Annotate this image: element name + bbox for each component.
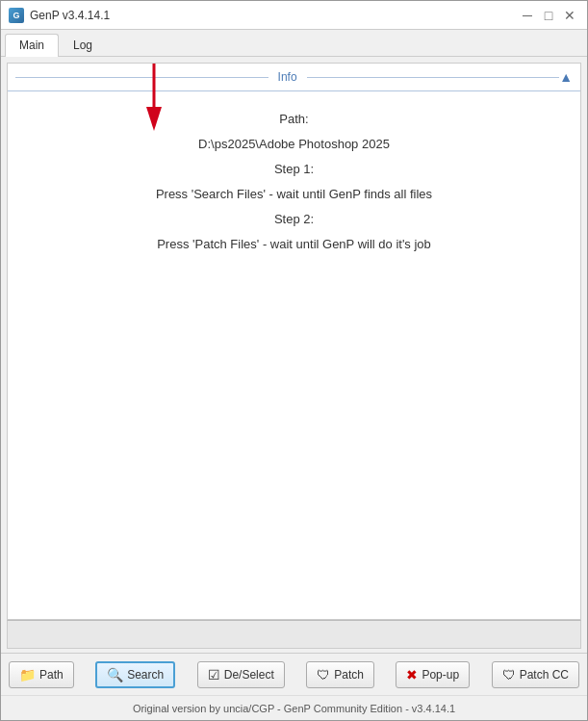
info-header-line-right bbox=[307, 77, 560, 78]
title-bar: G GenP v3.4.14.1 ─ □ ✕ bbox=[1, 1, 587, 30]
tab-bar: Main Log bbox=[1, 30, 587, 57]
footer: Original version by uncia/CGP - GenP Com… bbox=[1, 695, 587, 720]
info-label: Info bbox=[268, 70, 307, 84]
patch-icon: 🛡 bbox=[317, 667, 330, 682]
title-bar-left: G GenP v3.4.14.1 bbox=[9, 8, 110, 23]
path-label: Path: bbox=[46, 107, 542, 132]
path-icon: 📁 bbox=[19, 667, 36, 682]
minimize-button[interactable]: ─ bbox=[518, 6, 537, 25]
patch-button[interactable]: 🛡 Patch bbox=[306, 661, 374, 688]
deselect-button[interactable]: ☑ De/Select bbox=[197, 661, 285, 688]
tab-main[interactable]: Main bbox=[5, 34, 59, 57]
search-icon: 🔍 bbox=[107, 667, 123, 682]
info-header-line-left bbox=[15, 77, 268, 78]
tab-log[interactable]: Log bbox=[59, 34, 107, 56]
info-header: Info ▲ bbox=[8, 64, 580, 91]
content-area: Info ▲ Path: D:\ps2025\Adobe Photoshop 2… bbox=[7, 63, 581, 620]
step2-label: Step 2: bbox=[46, 207, 542, 232]
patch-cc-button[interactable]: 🛡 Patch CC bbox=[492, 661, 579, 688]
popup-icon: ✖ bbox=[406, 667, 418, 682]
search-button[interactable]: 🔍 Search bbox=[95, 661, 175, 688]
main-content: Info ▲ Path: D:\ps2025\Adobe Photoshop 2… bbox=[1, 57, 587, 695]
main-window: G GenP v3.4.14.1 ─ □ ✕ Main Log Info ▲ bbox=[0, 0, 588, 721]
path-value: D:\ps2025\Adobe Photoshop 2025 bbox=[46, 132, 542, 157]
close-button[interactable]: ✕ bbox=[560, 6, 579, 25]
title-controls: ─ □ ✕ bbox=[518, 6, 579, 25]
window-title: GenP v3.4.14.1 bbox=[30, 9, 110, 22]
maximize-button[interactable]: □ bbox=[539, 6, 558, 25]
popup-button[interactable]: ✖ Pop-up bbox=[396, 661, 470, 688]
search-btn-label: Search bbox=[127, 668, 164, 682]
patch-cc-btn-label: Patch CC bbox=[520, 668, 569, 682]
patch-btn-label: Patch bbox=[334, 668, 364, 682]
popup-btn-label: Pop-up bbox=[422, 668, 459, 682]
status-bar bbox=[7, 620, 581, 649]
path-btn-label: Path bbox=[39, 668, 64, 682]
step2-value: Press 'Patch Files' - wait until GenP wi… bbox=[46, 232, 542, 257]
button-bar: 📁 Path 🔍 Search ☑ De/Select 🛡 Patch ✖ Po… bbox=[1, 653, 587, 695]
patch-cc-icon: 🛡 bbox=[502, 667, 516, 682]
info-body: Path: D:\ps2025\Adobe Photoshop 2025 Ste… bbox=[8, 91, 580, 272]
deselect-icon: ☑ bbox=[208, 667, 220, 682]
info-collapse-icon[interactable]: ▲ bbox=[559, 69, 573, 85]
info-section: Info ▲ Path: D:\ps2025\Adobe Photoshop 2… bbox=[8, 64, 580, 272]
step1-label: Step 1: bbox=[46, 157, 542, 182]
app-icon: G bbox=[9, 8, 24, 23]
footer-text: Original version by uncia/CGP - GenP Com… bbox=[133, 703, 455, 714]
deselect-btn-label: De/Select bbox=[224, 668, 274, 682]
path-button[interactable]: 📁 Path bbox=[9, 661, 74, 688]
step1-value: Press 'Search Files' - wait until GenP f… bbox=[46, 182, 542, 207]
